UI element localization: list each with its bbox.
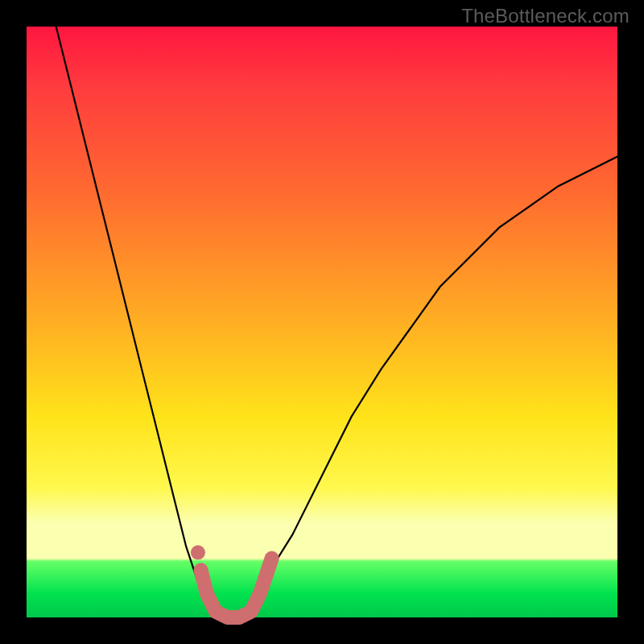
bottleneck-curve (56, 27, 617, 617)
watermark-text: TheBottleneck.com (461, 5, 630, 27)
curve-layer (27, 27, 617, 617)
plot-area (27, 27, 617, 617)
chart-frame: TheBottleneck.com (0, 0, 644, 644)
bottom-u-marker (201, 559, 272, 617)
bottom-u-dot (191, 545, 205, 559)
